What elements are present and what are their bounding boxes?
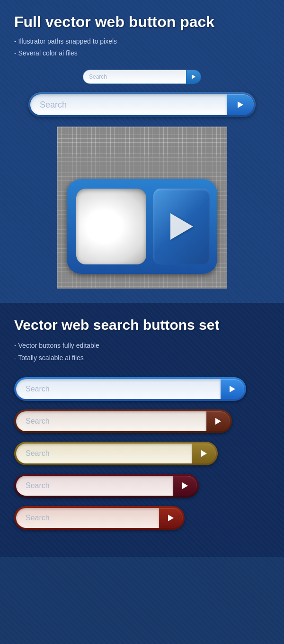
search-button-maroon[interactable] bbox=[173, 476, 197, 496]
search-btn-maroon: Search bbox=[14, 474, 199, 498]
bullet-bottom-2: - Totally scalable ai files bbox=[14, 352, 270, 364]
search-button-red[interactable] bbox=[159, 508, 183, 528]
search-label-gold: Search bbox=[26, 449, 50, 458]
arrow-icon-red bbox=[168, 515, 174, 521]
arrow-icon-large bbox=[238, 101, 243, 108]
search-button-darkred[interactable] bbox=[206, 411, 230, 431]
search-bar-large: Search bbox=[28, 92, 256, 117]
search-button-small[interactable] bbox=[186, 70, 201, 84]
search-button-gold[interactable] bbox=[192, 444, 216, 463]
bullet-item-1: - Illustrator paths snapped to pixels bbox=[14, 36, 270, 47]
search-button-large[interactable] bbox=[227, 94, 254, 115]
search-btn-wrapper-maroon: Search bbox=[14, 474, 270, 498]
search-btn-wrapper-blue: Search bbox=[14, 377, 270, 401]
main-title: Full vector web button pack bbox=[14, 13, 270, 31]
arrow-icon-maroon bbox=[182, 482, 188, 489]
search-placeholder-large: Search bbox=[40, 100, 67, 110]
search-btn-red: Search bbox=[14, 506, 185, 530]
search-input-large-area[interactable]: Search bbox=[30, 94, 227, 115]
search-label-red: Search bbox=[26, 514, 50, 522]
zoom-button-visual bbox=[67, 179, 217, 274]
search-button-blue[interactable] bbox=[221, 379, 244, 399]
arrow-icon-small bbox=[192, 74, 195, 79]
search-label-darkred: Search bbox=[26, 417, 50, 426]
search-label-blue: Search bbox=[26, 385, 50, 393]
search-btn-wrapper-gold: Search bbox=[14, 442, 270, 465]
bullet-bottom-1: - Vector buttons fully editable bbox=[14, 340, 270, 352]
bullet-list-top: - Illustrator paths snapped to pixels - … bbox=[14, 36, 270, 59]
search-btn-blue: Search bbox=[14, 377, 246, 401]
arrow-icon-xl bbox=[170, 213, 193, 240]
search-input-darkred[interactable]: Search bbox=[16, 411, 206, 431]
search-bar-small: Search bbox=[83, 70, 201, 84]
search-input-blue[interactable]: Search bbox=[16, 379, 221, 399]
zoom-input-area bbox=[76, 189, 146, 264]
arrow-icon-gold bbox=[201, 450, 207, 457]
zoom-image-container bbox=[57, 127, 227, 289]
bullet-item-2: - Several color ai files bbox=[14, 47, 270, 59]
bottom-section: Vector web search buttons set - Vector b… bbox=[0, 303, 284, 557]
search-input-gold[interactable]: Search bbox=[16, 444, 192, 463]
search-btn-wrapper-red: Search bbox=[14, 506, 270, 530]
search-placeholder-small: Search bbox=[89, 73, 107, 80]
section-title: Vector web search buttons set bbox=[14, 317, 270, 333]
search-btn-darkred: Search bbox=[14, 409, 232, 433]
top-section: Full vector web button pack - Illustrato… bbox=[0, 0, 284, 303]
search-input-red[interactable]: Search bbox=[16, 508, 159, 528]
search-input-small-area[interactable]: Search bbox=[83, 70, 186, 84]
bullet-list-bottom: - Vector buttons fully editable - Totall… bbox=[14, 340, 270, 363]
arrow-icon-darkred bbox=[215, 418, 221, 425]
zoom-btn-area bbox=[153, 189, 210, 264]
arrow-icon-blue bbox=[230, 386, 235, 392]
search-label-maroon: Search bbox=[26, 481, 50, 490]
search-btn-wrapper-darkred: Search bbox=[14, 409, 270, 433]
search-btn-gold: Search bbox=[14, 442, 218, 465]
search-input-maroon[interactable]: Search bbox=[16, 476, 173, 496]
zoom-header bbox=[57, 127, 227, 155]
zoom-image-inner bbox=[57, 127, 227, 288]
